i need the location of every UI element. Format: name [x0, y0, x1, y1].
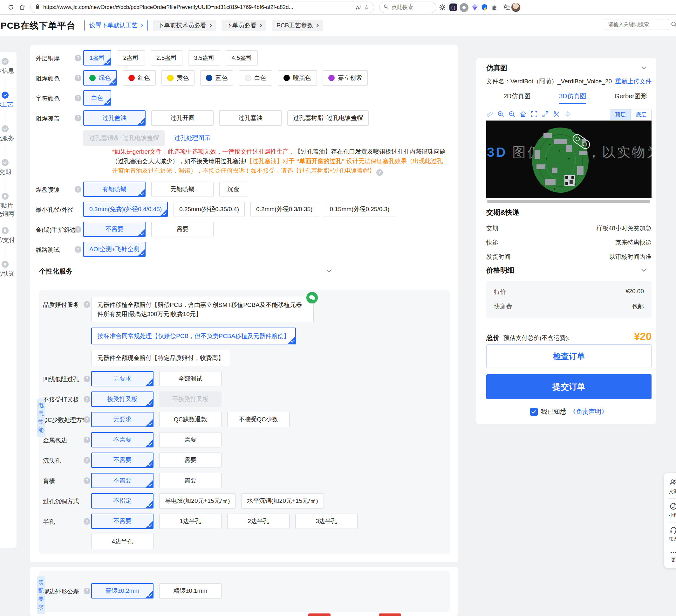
- fit-frame-icon[interactable]: [531, 111, 538, 119]
- option-finger-no[interactable]: 不需要: [83, 222, 146, 237]
- option-counterbore-yes[interactable]: 需要: [159, 453, 222, 468]
- option-mask-green[interactable]: 绿色: [83, 70, 117, 86]
- read-aloud-icon[interactable]: A): [356, 4, 361, 11]
- option-halfhole-no[interactable]: 不需要: [91, 514, 154, 529]
- pcb-params-button[interactable]: PCB工艺参数: [272, 20, 323, 31]
- help-icon[interactable]: ?: [83, 301, 90, 308]
- keyword-search-box[interactable]: [605, 19, 669, 30]
- option-mask-red[interactable]: 红色: [123, 70, 156, 86]
- option-qc-none[interactable]: 无要求: [91, 412, 154, 427]
- option-viacopper-conductive-glue[interactable]: 导电胶(加20元+15元/㎡): [159, 493, 235, 509]
- zoom-in-icon[interactable]: [497, 111, 504, 119]
- zoom-out-icon[interactable]: [509, 111, 515, 119]
- step-shipping[interactable]: 货/快递: [0, 261, 16, 278]
- help-icon[interactable]: ?: [75, 226, 81, 233]
- fullscreen-expand-icon[interactable]: [542, 111, 549, 119]
- disclaimer-checkbox[interactable]: [530, 408, 538, 416]
- address-bar[interactable]: https://www.jlc.com/newOrder/#/pcb/pcbPl…: [30, 2, 374, 13]
- option-hasl-leaded[interactable]: 有铅喷锡: [83, 182, 146, 197]
- option-fourwire-all[interactable]: 全部测试: [159, 371, 222, 387]
- browser-search-box[interactable]: [379, 2, 436, 13]
- personal-service-header[interactable]: 个性化服务: [30, 262, 458, 280]
- home-icon[interactable]: [18, 3, 26, 11]
- tech-mustread-button[interactable]: 下单前技术员必看: [153, 20, 216, 31]
- option-halfhole-2side[interactable]: 2边半孔: [227, 514, 289, 529]
- option-copper-2oz[interactable]: 2盎司: [117, 50, 145, 65]
- pcb-3d-preview[interactable]: 3D 图仅供参考，以实物为准: [486, 120, 652, 198]
- profile-avatar[interactable]: [511, 3, 521, 12]
- preview-scrollbar[interactable]: [487, 200, 650, 203]
- option-hole-0.15[interactable]: 0.15mm(外径0.25/0.3): [324, 202, 395, 217]
- orderer-mustread-button[interactable]: 下单员必看: [222, 20, 266, 31]
- submit-order-button[interactable]: 提交订单: [486, 374, 652, 399]
- option-hole-0.2[interactable]: 0.2mm(外径0.3/0.35): [250, 202, 318, 217]
- help-icon[interactable]: ?: [75, 115, 81, 121]
- option-halfhole-3side[interactable]: 3边半孔: [295, 514, 357, 529]
- step-invoice-pay[interactable]: 票/支付: [0, 227, 16, 244]
- shield-warning-icon[interactable]: [481, 3, 488, 11]
- help-icon[interactable]: ?: [75, 95, 81, 101]
- option-hasl-leadfree[interactable]: 无铅喷锡: [151, 182, 214, 197]
- kite-extension-icon[interactable]: [471, 3, 478, 11]
- extensions-puzzle-icon[interactable]: [491, 3, 498, 11]
- community-item[interactable]: 交流: [669, 477, 676, 496]
- reset-home-icon[interactable]: [520, 111, 527, 119]
- option-hole-0.25[interactable]: 0.25mm(外径0.35/0.4): [174, 202, 245, 217]
- option-quality-full-compensation[interactable]: 元器件移植全额赔付【赔偿PCB，含由嘉立创SMT移值PCBA及不能移植元器件所有…: [91, 297, 314, 322]
- option-via-tented[interactable]: 过孔盖油: [83, 110, 146, 125]
- help-icon[interactable]: ?: [75, 186, 81, 193]
- option-qc-refund[interactable]: QC缺数退款: [159, 412, 222, 427]
- step-delivery[interactable]: 交期: [0, 159, 16, 176]
- tab-2d-simulation[interactable]: 2D仿真图: [503, 92, 531, 104]
- option-fourwire-none[interactable]: 无要求: [91, 371, 154, 387]
- option-copper-1oz[interactable]: 1盎司: [83, 50, 111, 65]
- measure-ruler-icon[interactable]: [486, 111, 493, 119]
- help-icon[interactable]: ?: [83, 416, 90, 423]
- help-icon[interactable]: ?: [376, 169, 383, 176]
- option-viacopper-horizontal[interactable]: 水平沉铜(加20元+15元/㎡): [241, 493, 324, 509]
- option-mask-blue[interactable]: 蓝色: [200, 70, 233, 86]
- option-routing-precise[interactable]: 精锣±0.1mm: [159, 583, 222, 599]
- extension-gray-icon[interactable]: [460, 3, 468, 12]
- tab-3d-simulation[interactable]: 3D仿真图: [559, 92, 586, 104]
- option-metal-no[interactable]: 不需要: [91, 432, 154, 448]
- step-pcb-process[interactable]: B工艺: [0, 92, 16, 109]
- help-icon[interactable]: ?: [83, 518, 90, 525]
- option-halfhole-1side[interactable]: 1边半孔: [159, 514, 222, 529]
- via-treatment-illustration-link[interactable]: 过孔处理图示: [174, 131, 210, 146]
- option-mask-white[interactable]: 白色: [239, 70, 272, 86]
- help-icon[interactable]: ?: [83, 588, 90, 595]
- option-metal-yes[interactable]: 需要: [159, 432, 222, 448]
- default-process-button[interactable]: 设置下单默认工艺: [84, 20, 148, 31]
- step-personal-service[interactable]: 化服务: [0, 125, 16, 143]
- option-aoi-flying-probe[interactable]: AOI全测+飞针全测: [83, 242, 146, 257]
- option-routing-normal[interactable]: 普锣±0.2mm: [91, 583, 154, 599]
- tools-icon[interactable]: [553, 111, 560, 119]
- option-copper-3.5oz[interactable]: 3.5盎司: [188, 50, 220, 65]
- miniprogram-item[interactable]: 小程: [669, 501, 676, 520]
- refresh-icon[interactable]: [7, 3, 15, 11]
- help-icon[interactable]: ?: [75, 246, 81, 253]
- help-icon[interactable]: ?: [83, 457, 90, 464]
- option-mask-jlc-purple[interactable]: 嘉立创紫: [323, 70, 368, 86]
- disclaimer-link[interactable]: 《免责声明》: [569, 407, 608, 416]
- help-icon[interactable]: ?: [83, 437, 90, 443]
- top-layer-button[interactable]: 顶层: [610, 109, 630, 120]
- collapse-chevron-icon[interactable]: [327, 267, 332, 272]
- option-finger-yes[interactable]: 需要: [151, 222, 214, 237]
- collapse-chevron-icon[interactable]: [641, 64, 646, 70]
- option-via-opened[interactable]: 过孔开窗: [151, 110, 214, 125]
- step-basic-info[interactable]: 本信息: [0, 58, 16, 75]
- option-qc-reject[interactable]: 不接受QC少数: [227, 412, 289, 427]
- url-text[interactable]: https://www.jlc.com/newOrder/#/pcb/pcbPl…: [43, 4, 353, 10]
- option-enig[interactable]: 沉金: [219, 182, 247, 197]
- help-icon[interactable]: ?: [75, 75, 81, 82]
- help-icon[interactable]: ?: [83, 396, 90, 403]
- option-mask-matte-black[interactable]: 哑黑色: [278, 70, 317, 86]
- search-icon[interactable]: [671, 21, 676, 29]
- option-mask-yellow[interactable]: 黄色: [161, 70, 194, 86]
- option-hole-0.3[interactable]: 0.3mm(免费)(外径0.4/0.45): [83, 202, 168, 217]
- extension-braces-icon[interactable]: [448, 2, 459, 13]
- reupload-link[interactable]: 重新上传文件: [615, 77, 652, 86]
- option-blindslot-yes[interactable]: 需要: [159, 473, 222, 488]
